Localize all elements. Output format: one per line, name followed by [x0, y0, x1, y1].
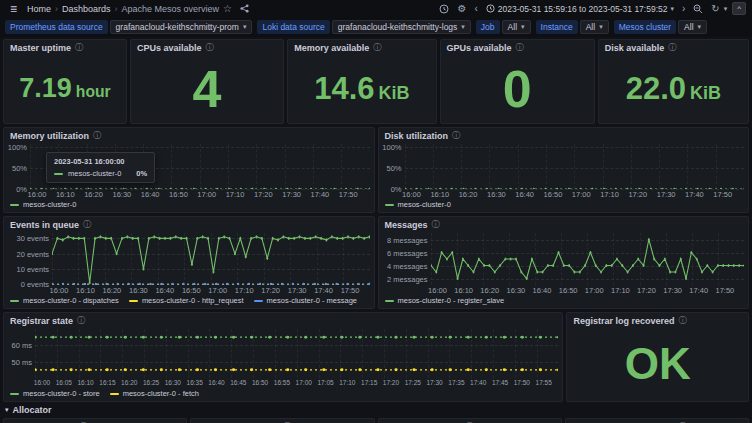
series-point: [288, 237, 290, 240]
series-point: [137, 237, 139, 240]
series-point: [568, 264, 570, 267]
series-point: [358, 368, 361, 371]
variable-value-dropdown[interactable]: All▾: [580, 20, 609, 34]
series-point: [663, 257, 665, 260]
variable-value-dropdown[interactable]: grafanacloud-keithschmitty-logs▾: [332, 20, 471, 34]
chart-canvas[interactable]: [405, 144, 745, 189]
legend-item[interactable]: mesos-cluster-0 - http_request: [129, 296, 244, 305]
x-axis-tick-label: 17:45: [492, 379, 508, 386]
tooltip-timestamp: 2023-05-31 16:00:00: [54, 157, 147, 166]
x-axis-tick-label: 16:10: [454, 286, 473, 295]
share-icon[interactable]: [236, 4, 253, 13]
info-icon[interactable]: ⓘ: [77, 317, 85, 325]
panel-title: Events in queue: [10, 220, 79, 230]
star-icon[interactable]: ☆: [219, 4, 236, 14]
series-point: [743, 264, 744, 267]
series-point: [541, 270, 543, 273]
info-icon[interactable]: ⓘ: [452, 132, 460, 140]
series-point: [431, 336, 434, 339]
series-point: [521, 368, 524, 371]
x-axis-tick-label: 17:00: [585, 286, 604, 295]
variable-label: Instance: [536, 20, 578, 34]
series-point: [202, 235, 204, 238]
variable-value-dropdown[interactable]: All▾: [502, 20, 531, 34]
series-point: [711, 270, 713, 273]
zoom-out-icon[interactable]: [689, 4, 707, 14]
y-axis-tick-label: 6 messages: [387, 249, 427, 258]
legend-item[interactable]: mesos-cluster-0 - message: [254, 296, 357, 305]
info-icon[interactable]: ⓘ: [206, 44, 214, 52]
section-allocator[interactable]: ▾ Allocator: [3, 405, 749, 415]
chart-canvas[interactable]: [35, 329, 558, 378]
info-icon[interactable]: ⓘ: [432, 221, 440, 229]
kiosk-mode-button[interactable]: ^: [732, 2, 746, 15]
dashboard-settings-gear-icon[interactable]: ⚙: [453, 4, 470, 14]
variable-value-dropdown[interactable]: All▾: [678, 20, 707, 34]
x-axis-tick-label: 17:55: [536, 379, 552, 386]
series-point: [266, 257, 268, 260]
info-icon[interactable]: ⓘ: [679, 317, 687, 325]
time-range-picker[interactable]: 2023-05-31 15:59:16 to 2023-05-31 17:59:…: [482, 4, 678, 14]
legend-item[interactable]: mesos-cluster-0 - register_slave: [385, 296, 505, 305]
stat-unit: KiB: [690, 83, 721, 103]
series-point: [304, 336, 307, 339]
chart-canvas[interactable]: [431, 233, 745, 285]
time-range-back-icon[interactable]: ‹: [470, 4, 481, 14]
x-axis-tick-label: 16:30: [165, 379, 181, 386]
series-point: [669, 270, 671, 273]
legend-swatch: [10, 393, 19, 395]
series-point: [88, 336, 91, 339]
series-point: [250, 237, 252, 240]
info-icon[interactable]: ⓘ: [83, 221, 91, 229]
series-point: [245, 255, 247, 258]
x-axis-tick-label: 16:50: [544, 190, 563, 199]
variable-value-dropdown[interactable]: grafanacloud-keithschmitty-prom▾: [110, 20, 253, 34]
legend-label: mesos-cluster-0 - message: [267, 296, 357, 305]
series-point: [706, 264, 708, 267]
x-axis-tick-label: 17:40: [470, 379, 486, 386]
legend-item[interactable]: mesos-cluster-0 - dispatches: [10, 296, 119, 305]
legend-swatch: [254, 300, 263, 302]
breadcrumb: Home›Dashboards›Apache Mesos overview: [27, 4, 219, 14]
series-point: [488, 264, 490, 267]
series-point: [674, 270, 676, 273]
legend-item[interactable]: mesos-cluster-0 - fetch: [110, 389, 199, 398]
series-point: [35, 368, 37, 371]
panel-gpus-available: GPUs availableⓘ 0: [440, 39, 595, 124]
x-axis-tick-label: 17:20: [628, 190, 647, 199]
refresh-interval-chevron-icon[interactable]: ▾: [724, 5, 728, 13]
legend-item[interactable]: mesos-cluster-0: [385, 200, 451, 209]
breadcrumb-dashboards[interactable]: Dashboards: [62, 4, 111, 14]
series-point: [62, 238, 64, 241]
info-icon[interactable]: ⓘ: [75, 44, 83, 52]
chart-canvas[interactable]: [52, 233, 370, 285]
info-icon[interactable]: ⓘ: [373, 44, 381, 52]
info-icon[interactable]: ⓘ: [93, 132, 101, 140]
series-point: [461, 257, 463, 260]
clock-history-icon[interactable]: [435, 4, 453, 14]
series-point: [286, 368, 289, 371]
series-point: [578, 270, 580, 273]
x-axis-tick-label: 17:30: [663, 286, 682, 295]
variable-instance: Instance All▾: [536, 20, 609, 34]
chevron-down-icon: ▾: [461, 23, 465, 31]
series-point: [175, 235, 177, 238]
x-axis-tick-label: 16:00: [34, 379, 50, 386]
series-point: [178, 368, 181, 371]
time-range-forward-icon[interactable]: ›: [678, 4, 689, 14]
refresh-icon[interactable]: ↻: [707, 4, 723, 14]
x-axis-tick-label: 17:10: [226, 190, 245, 199]
chevron-down-icon: ▾: [670, 5, 674, 13]
info-icon[interactable]: ⓘ: [668, 44, 676, 52]
series-point: [539, 368, 542, 371]
series-point: [272, 237, 274, 240]
series-point: [196, 336, 199, 339]
info-icon[interactable]: ⓘ: [516, 44, 524, 52]
x-axis-tick-label: 16:10: [77, 379, 93, 386]
legend-item[interactable]: mesos-cluster-0 - store: [10, 389, 100, 398]
x-axis-tick-label: 16:00: [28, 190, 47, 199]
breadcrumb-home[interactable]: Home: [27, 4, 51, 14]
legend-item[interactable]: mesos-cluster-0: [10, 200, 76, 209]
series-point: [340, 336, 343, 339]
menu-icon[interactable]: ≡: [6, 4, 21, 14]
